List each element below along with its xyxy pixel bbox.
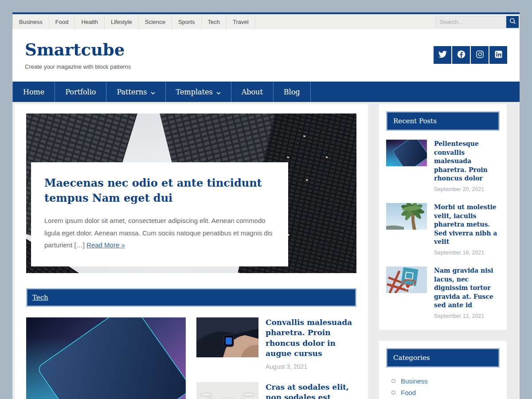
- featured-post-excerpt: Lorem ipsum dolor sit amet, consectetuer…: [44, 215, 275, 251]
- category-item: Food: [391, 389, 500, 396]
- topbar-link-health[interactable]: Health: [75, 14, 105, 29]
- post-date: September 20, 2021: [434, 186, 500, 192]
- nav-label: Blog: [284, 88, 300, 96]
- categories-header: Categories: [386, 348, 500, 368]
- nav-item-portfolio[interactable]: Portfolio: [55, 82, 106, 102]
- post-text: Cras at sodales elit, non sodales est ph…: [266, 382, 356, 399]
- primary-navigation: Home Portfolio Patterns Templates About …: [12, 82, 520, 102]
- topbar-link-travel[interactable]: Travel: [227, 14, 255, 29]
- widget-title: Recent Posts: [393, 117, 437, 125]
- main-column: Maecenas nec odio et ante tincidunt temp…: [15, 104, 368, 399]
- nav-item-home[interactable]: Home: [12, 82, 55, 102]
- categories-widget: Categories Business Food Health Lifestyl…: [379, 341, 507, 399]
- recent-post: Morbi ut molestie velit, iaculis pharetr…: [386, 203, 500, 256]
- post-text: Nam gravida nisi lacus, nec dignissim to…: [434, 266, 500, 319]
- site-tagline: Create your magazine with block patterns: [25, 63, 131, 70]
- branding: Smartcube Create your magazine with bloc…: [25, 40, 131, 70]
- topbar-link-science[interactable]: Science: [139, 14, 172, 29]
- nav-label: Patterns: [117, 88, 147, 96]
- nav-item-about[interactable]: About: [231, 82, 274, 102]
- post-title[interactable]: Nam gravida nisi lacus, nec dignissim to…: [434, 266, 500, 310]
- post-title[interactable]: Convallis malesuada pharetra. Proin rhon…: [266, 317, 356, 359]
- topbar-link-business[interactable]: Business: [12, 14, 49, 29]
- recent-post: Pellentesque convallis malesuada pharetr…: [386, 140, 500, 192]
- tech-posts: B V C cmd ⌘ F: [26, 317, 356, 399]
- post-thumbnail-drone[interactable]: [196, 382, 258, 399]
- recent-posts-widget: Recent Posts: [379, 104, 507, 330]
- nav-item-templates[interactable]: Templates: [166, 82, 231, 102]
- featured-post-title[interactable]: Maecenas nec odio et ante tincidunt temp…: [44, 176, 275, 206]
- tech-post: Convallis malesuada pharetra. Proin rhon…: [196, 317, 356, 370]
- twitter-icon: [438, 50, 447, 60]
- post-thumbnail-smartwatch[interactable]: [196, 317, 258, 357]
- featured-post-card: Maecenas nec odio et ante tincidunt temp…: [31, 162, 288, 266]
- post-thumbnail-basketball-hoop[interactable]: [386, 266, 427, 293]
- twitter-link[interactable]: [434, 46, 451, 64]
- widget-title: Categories: [393, 354, 430, 362]
- search-box: [435, 14, 520, 29]
- topbar-link-food[interactable]: Food: [49, 14, 75, 29]
- nav-item-blog[interactable]: Blog: [274, 82, 311, 102]
- category-item: Business: [391, 377, 500, 385]
- nav-item-patterns[interactable]: Patterns: [106, 82, 165, 102]
- post-date: September 12, 2021: [434, 313, 500, 319]
- instagram-icon: [476, 50, 484, 60]
- search-button[interactable]: [506, 16, 519, 28]
- linkedin-icon: [494, 50, 503, 60]
- content-area: Maecenas nec odio et ante tincidunt temp…: [12, 102, 520, 399]
- chevron-down-icon: [216, 88, 221, 96]
- tech-post-list: Convallis malesuada pharetra. Proin rhon…: [196, 317, 356, 399]
- page-wrapper: Business Food Health Lifestyle Science S…: [12, 12, 520, 399]
- post-date: August 3, 2021: [266, 363, 356, 370]
- sidebar: Recent Posts: [379, 104, 507, 399]
- post-date: September 18, 2021: [434, 250, 500, 256]
- nav-label: Home: [23, 88, 44, 96]
- post-text: Pellentesque convallis malesuada pharetr…: [434, 140, 500, 192]
- featured-post: Maecenas nec odio et ante tincidunt temp…: [26, 113, 356, 273]
- tech-featured-image[interactable]: B V C cmd ⌘ F: [26, 317, 186, 399]
- chevron-down-icon: [151, 88, 155, 96]
- recent-post: Nam gravida nisi lacus, nec dignissim to…: [386, 266, 500, 319]
- search-input[interactable]: [435, 16, 506, 28]
- nav-label: Templates: [176, 88, 213, 96]
- post-thumbnail-laptop-phone[interactable]: [386, 140, 427, 166]
- topbar-link-sports[interactable]: Sports: [172, 14, 202, 29]
- nav-label: About: [242, 88, 263, 96]
- recent-posts-header: Recent Posts: [386, 111, 500, 131]
- facebook-icon: [457, 50, 466, 61]
- site-title[interactable]: Smartcube: [25, 40, 131, 59]
- post-thumbnail-palm-tree[interactable]: [386, 203, 427, 230]
- post-title[interactable]: Morbi ut molestie velit, iaculis pharetr…: [434, 203, 500, 246]
- top-bar: Business Food Health Lifestyle Science S…: [12, 12, 520, 29]
- post-text: Convallis malesuada pharetra. Proin rhon…: [266, 317, 356, 370]
- facebook-link[interactable]: [452, 46, 470, 64]
- topbar-link-tech[interactable]: Tech: [202, 14, 227, 29]
- linkedin-link[interactable]: [489, 46, 507, 64]
- read-more-link[interactable]: Read More »: [86, 241, 125, 249]
- nav-label: Portfolio: [65, 88, 96, 96]
- tech-section-link[interactable]: Tech: [32, 293, 48, 301]
- search-icon: [509, 18, 516, 26]
- post-title[interactable]: Pellentesque convallis malesuada pharetr…: [434, 140, 500, 183]
- post-title[interactable]: Cras at sodales elit, non sodales est ph…: [266, 382, 356, 399]
- social-links: [434, 46, 507, 64]
- excerpt-text: Lorem ipsum dolor sit amet, consectetuer…: [44, 217, 272, 249]
- category-list: Business Food Health Lifestyle Science S…: [386, 376, 500, 399]
- category-link-food[interactable]: Food: [401, 389, 416, 396]
- instagram-link[interactable]: [471, 46, 489, 64]
- post-text: Morbi ut molestie velit, iaculis pharetr…: [434, 203, 500, 256]
- topbar-link-lifestyle[interactable]: Lifestyle: [105, 14, 139, 29]
- site-header: Smartcube Create your magazine with bloc…: [12, 29, 520, 82]
- tech-post: Cras at sodales elit, non sodales est ph…: [196, 382, 356, 399]
- tech-section-header: Tech: [26, 288, 356, 307]
- top-category-menu: Business Food Health Lifestyle Science S…: [12, 14, 255, 29]
- category-link-business[interactable]: Business: [401, 377, 428, 385]
